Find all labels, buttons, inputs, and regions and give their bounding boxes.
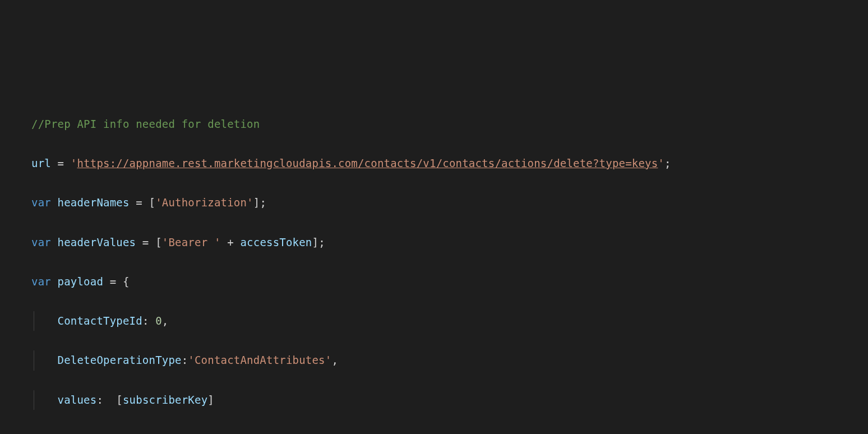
variable: headerValues: [58, 236, 136, 248]
keyword-var: var: [31, 196, 51, 209]
variable: subscriberKey: [123, 394, 207, 406]
variable: headerNames: [58, 196, 130, 209]
string-literal: 'Authorization': [155, 196, 253, 209]
object-key: values: [58, 394, 97, 406]
code-line: var headerNames = ['Authorization'];: [31, 193, 868, 213]
code-line: values: [subscriberKey]: [31, 390, 868, 410]
code-editor[interactable]: //Prep API info needed for deletion url …: [31, 95, 868, 434]
code-line: //Prep API info needed for deletion: [31, 114, 868, 134]
keyword-var: var: [31, 275, 51, 288]
variable: accessToken: [240, 236, 312, 248]
code-line: var payload = {: [31, 272, 868, 292]
object-key: DeleteOperationType: [58, 354, 182, 366]
code-line: };: [31, 430, 868, 434]
comment: //Prep API info needed for deletion: [31, 118, 260, 130]
string-literal: 'ContactAndAttributes': [188, 354, 331, 366]
variable: payload: [58, 275, 103, 288]
code-line: url = 'https://appname.rest.marketingclo…: [31, 154, 868, 173]
number-literal: 0: [155, 315, 162, 327]
url-string: https://appname.rest.marketingcloudapis.…: [77, 157, 658, 169]
keyword-var: var: [31, 236, 51, 248]
code-line: DeleteOperationType:'ContactAndAttribute…: [31, 350, 868, 370]
code-line: ContactTypeId: 0,: [31, 311, 868, 331]
variable: url: [31, 157, 51, 169]
object-key: ContactTypeId: [58, 315, 142, 327]
string-literal: 'Bearer ': [162, 236, 221, 248]
code-line: var headerValues = ['Bearer ' + accessTo…: [31, 233, 868, 252]
